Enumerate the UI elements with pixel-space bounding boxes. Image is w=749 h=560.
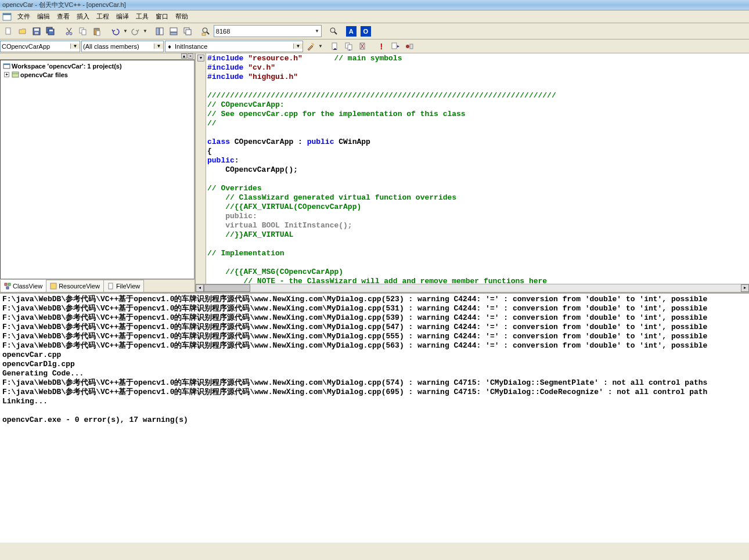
workspace-root-node[interactable]: Workspace 'opencvCar': 1 project(s) [2, 62, 193, 70]
tab-classview[interactable]: ClassView [0, 280, 46, 292]
workspace-button[interactable] [153, 25, 166, 38]
menu-view[interactable]: 查看 [53, 11, 73, 22]
project-icon [12, 71, 19, 78]
svg-line-23 [207, 32, 209, 34]
svg-rect-21 [186, 30, 191, 35]
workspace-icon [3, 62, 10, 70]
svg-rect-41 [8, 283, 10, 286]
member-filter-arrow[interactable]: ▼ [154, 44, 163, 49]
tab-resourceview[interactable]: ResourceView [46, 280, 104, 292]
cut-button[interactable] [63, 25, 75, 38]
svg-rect-19 [170, 32, 177, 35]
svg-rect-44 [109, 283, 113, 289]
save-all-button[interactable] [44, 25, 57, 38]
window-title: opencvCar - 创天中文VC++ - [opencvCar.h] [2, 1, 126, 9]
stop-build-button[interactable] [357, 40, 369, 53]
scroll-left-button[interactable]: ◂ [196, 284, 204, 292]
open-button[interactable] [16, 25, 29, 38]
wizard-bar: COpencvCarApp ▼ (All class members) ▼ ♦ … [0, 39, 749, 53]
sidebar-close-button[interactable]: × [188, 53, 193, 59]
menu-tools[interactable]: 工具 [132, 11, 152, 22]
workspace-tree[interactable]: Workspace 'opencvCar': 1 project(s) + op… [0, 60, 195, 279]
member-filter-value: (All class members) [82, 43, 154, 50]
save-button[interactable] [30, 25, 43, 38]
main-toolbar: ▼ ▼ 8168 ▼ A O [0, 23, 749, 39]
member-filter-combo[interactable]: (All class members) ▼ [81, 41, 164, 52]
output-window[interactable]: F:\java\WebDB\参考代码\VC++基于opencv1.0的车牌识别程… [0, 292, 749, 543]
svg-rect-33 [392, 43, 397, 49]
menu-build[interactable]: 编译 [113, 11, 132, 22]
find-in-files-button[interactable] [200, 25, 213, 38]
svg-rect-4 [34, 28, 39, 31]
svg-rect-5 [35, 32, 38, 34]
svg-rect-17 [160, 28, 163, 35]
copy-button[interactable] [77, 25, 89, 38]
class-combo-arrow[interactable]: ▼ [70, 44, 80, 49]
menu-insert[interactable]: 插入 [73, 11, 93, 22]
project-node[interactable]: + opencvCar files [2, 70, 193, 79]
undo-button[interactable] [109, 25, 122, 38]
wizard-action-button[interactable] [304, 40, 317, 53]
svg-rect-35 [410, 44, 413, 49]
compile-button[interactable] [329, 40, 341, 53]
menu-edit[interactable]: 编辑 [34, 11, 53, 22]
expand-icon[interactable]: + [4, 72, 9, 77]
sidebar-handles: ▲ × [0, 53, 195, 60]
find-button[interactable] [327, 25, 340, 38]
menu-help[interactable]: 帮助 [172, 11, 192, 22]
system-menu-icon[interactable] [2, 13, 12, 21]
output-button[interactable] [167, 25, 180, 38]
svg-point-10 [70, 32, 72, 35]
execute-button[interactable]: ! [375, 40, 388, 53]
classview-label: ClassView [13, 283, 42, 290]
workspace-sidebar: ▲ × Workspace 'opencvCar': 1 project(s) … [0, 53, 196, 292]
menu-file[interactable]: 文件 [14, 11, 34, 22]
fileview-label: FileView [116, 283, 140, 290]
svg-rect-12 [82, 30, 86, 35]
find-combo[interactable]: 8168 ▼ [214, 25, 322, 37]
function-icon: ♦ [165, 43, 174, 50]
menu-bar: 文件 编辑 查看 插入 工程 编译 工具 窗口 帮助 [0, 10, 749, 23]
function-combo-arrow[interactable]: ▼ [293, 44, 303, 49]
editor-gutter: ▾ [196, 53, 206, 284]
svg-rect-8 [49, 30, 53, 31]
title-bar: opencvCar - 创天中文VC++ - [opencvCar.h] [0, 0, 749, 10]
svg-rect-2 [6, 28, 10, 34]
svg-rect-42 [6, 287, 9, 289]
find-dropdown-arrow[interactable]: ▼ [315, 28, 319, 34]
tab-fileview[interactable]: FileView [103, 280, 144, 292]
go-button[interactable] [389, 40, 402, 53]
scroll-right-button[interactable]: ▸ [741, 284, 749, 292]
svg-rect-1 [3, 13, 11, 15]
bookmark-toggle[interactable]: ▾ [197, 55, 204, 62]
svg-rect-15 [96, 31, 100, 35]
breakpoint-button[interactable] [403, 40, 416, 53]
editor-area: ▾ #include "resource.h" // main symbols#… [196, 53, 749, 292]
class-combo-value: COpencvCarApp [1, 43, 70, 50]
menu-window[interactable]: 窗口 [152, 11, 172, 22]
redo-button[interactable] [129, 25, 142, 38]
new-button[interactable] [2, 25, 15, 38]
svg-point-9 [66, 32, 69, 35]
wizard-dropdown[interactable]: ▼ [318, 44, 323, 49]
svg-point-22 [203, 28, 207, 32]
svg-point-34 [406, 45, 409, 48]
code-editor[interactable]: #include "resource.h" // main symbols#in… [206, 53, 749, 284]
indicator-o[interactable]: O [361, 26, 371, 37]
scroll-thumb[interactable] [204, 284, 250, 292]
editor-wrap: ▾ #include "resource.h" // main symbols#… [196, 53, 749, 284]
menu-project[interactable]: 工程 [93, 11, 113, 22]
indicator-a[interactable]: A [346, 26, 357, 37]
sidebar-tabs: ClassView ResourceView FileView [0, 279, 195, 292]
scroll-track[interactable] [204, 284, 741, 292]
class-combo[interactable]: COpencvCarApp ▼ [0, 41, 80, 52]
find-value: 8168 [216, 28, 230, 35]
paste-button[interactable] [91, 25, 103, 38]
function-combo[interactable]: ♦ InitInstance ▼ [165, 41, 303, 52]
sidebar-dock-button[interactable]: ▲ [181, 53, 187, 59]
undo-dropdown[interactable]: ▼ [123, 28, 128, 34]
editor-hscroll[interactable]: ◂ ▸ [196, 284, 749, 292]
redo-dropdown[interactable]: ▼ [143, 28, 147, 34]
build-button[interactable] [343, 40, 355, 53]
window-list-button[interactable] [181, 25, 194, 38]
